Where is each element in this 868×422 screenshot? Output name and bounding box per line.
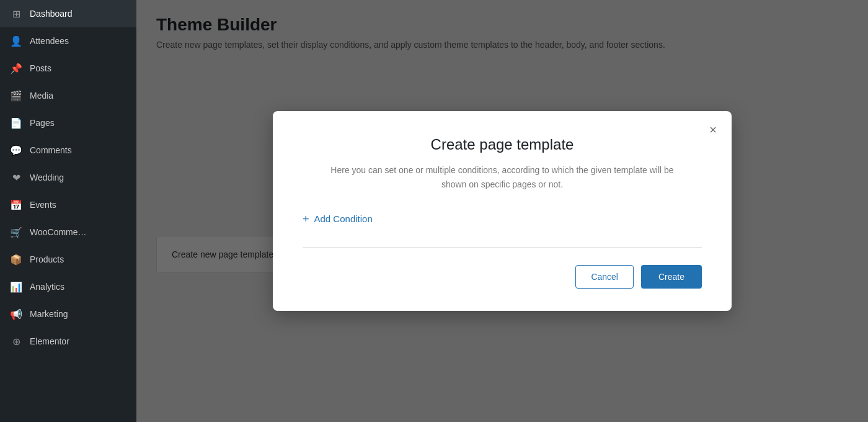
add-condition-button[interactable]: + Add Condition xyxy=(303,211,373,227)
sidebar-label-media: Media xyxy=(30,91,53,101)
events-icon: 📅 xyxy=(10,199,22,211)
cancel-button[interactable]: Cancel xyxy=(575,265,634,289)
sidebar-item-events[interactable]: 📅 Events xyxy=(0,191,136,218)
modal-divider xyxy=(303,247,702,248)
sidebar-label-wedding: Wedding xyxy=(30,173,64,182)
sidebar-item-dashboard[interactable]: ⊞ Dashboard xyxy=(0,0,136,27)
sidebar-item-wedding[interactable]: ❤ Wedding xyxy=(0,164,136,191)
modal-actions: Cancel Create xyxy=(303,265,702,289)
marketing-icon: 📢 xyxy=(10,308,22,320)
sidebar: ⊞ Dashboard 👤 Attendees 📌 Posts 🎬 Media … xyxy=(0,0,136,422)
sidebar-item-elementor[interactable]: ⊛ Elementor xyxy=(0,328,136,355)
main-content: Theme Builder Create new page templates,… xyxy=(136,0,868,422)
sidebar-item-pages[interactable]: 📄 Pages xyxy=(0,109,136,137)
sidebar-label-marketing: Marketing xyxy=(30,309,68,319)
elementor-icon: ⊛ xyxy=(10,335,22,348)
sidebar-label-dashboard: Dashboard xyxy=(30,9,73,19)
modal-title: Create page template xyxy=(303,136,702,153)
sidebar-label-elementor: Elementor xyxy=(30,336,69,346)
sidebar-item-comments[interactable]: 💬 Comments xyxy=(0,137,136,164)
pages-icon: 📄 xyxy=(10,117,22,129)
sidebar-label-pages: Pages xyxy=(30,118,55,128)
dashboard-icon: ⊞ xyxy=(10,7,22,20)
plus-icon: + xyxy=(303,213,309,225)
sidebar-label-posts: Posts xyxy=(30,63,51,73)
wedding-icon: ❤ xyxy=(10,171,22,184)
modal-close-button[interactable]: × xyxy=(707,121,719,138)
create-button[interactable]: Create xyxy=(641,265,702,289)
sidebar-item-attendees[interactable]: 👤 Attendees xyxy=(0,27,136,55)
sidebar-label-events: Events xyxy=(30,200,56,210)
sidebar-label-comments: Comments xyxy=(30,145,72,155)
sidebar-item-media[interactable]: 🎬 Media xyxy=(0,82,136,109)
modal-description: Here you can set one or multiple conditi… xyxy=(329,163,676,191)
sidebar-item-analytics[interactable]: 📊 Analytics xyxy=(0,273,136,300)
sidebar-item-woocommerce[interactable]: 🛒 WooComme… xyxy=(0,218,136,246)
modal: × Create page template Here you can set … xyxy=(273,111,732,311)
woocommerce-icon: 🛒 xyxy=(10,226,22,238)
comments-icon: 💬 xyxy=(10,144,22,156)
add-condition-label: Add Condition xyxy=(314,213,373,224)
sidebar-label-products: Products xyxy=(30,254,64,264)
analytics-icon: 📊 xyxy=(10,281,22,293)
attendees-icon: 👤 xyxy=(10,35,22,47)
sidebar-item-marketing[interactable]: 📢 Marketing xyxy=(0,300,136,328)
products-icon: 📦 xyxy=(10,253,22,266)
sidebar-item-products[interactable]: 📦 Products xyxy=(0,246,136,273)
sidebar-label-attendees: Attendees xyxy=(30,36,69,46)
media-icon: 🎬 xyxy=(10,89,22,102)
posts-icon: 📌 xyxy=(10,62,22,74)
sidebar-item-posts[interactable]: 📌 Posts xyxy=(0,55,136,82)
sidebar-label-woocommerce: WooComme… xyxy=(30,227,87,237)
sidebar-label-analytics: Analytics xyxy=(30,282,64,292)
modal-overlay: × Create page template Here you can set … xyxy=(136,0,868,422)
